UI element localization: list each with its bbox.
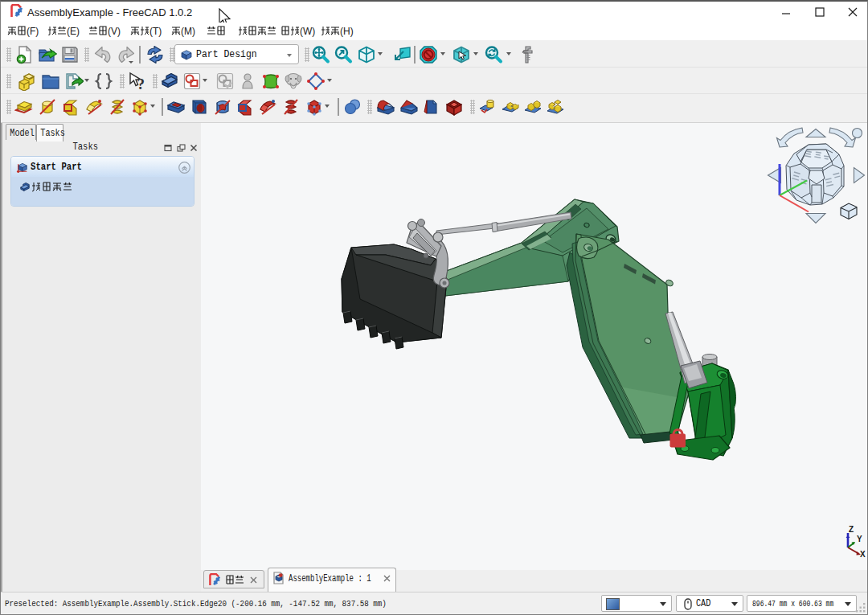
svg-text:Y: Y <box>857 535 862 543</box>
svg-text:X: X <box>860 550 866 559</box>
svg-text:Z: Z <box>849 525 854 534</box>
